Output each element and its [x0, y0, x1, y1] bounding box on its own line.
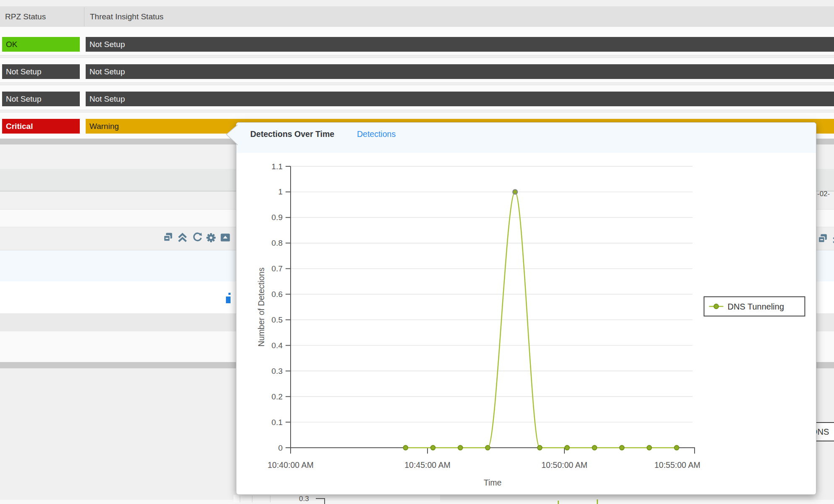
- refresh-icon[interactable]: [191, 231, 202, 244]
- rpz-status-cell[interactable]: Not Setup: [2, 92, 80, 106]
- hidden-chart-axis-fragment: [316, 498, 325, 499]
- cell-border: [252, 496, 252, 502]
- cell-border: [240, 496, 240, 502]
- status-table-row: Not SetupNot Setup: [0, 81, 834, 109]
- detections-popup: Detections Over Time Detections 00.10.20…: [236, 122, 816, 495]
- collapse-up-icon-partial[interactable]: [831, 233, 834, 245]
- copy-icon-partial[interactable]: [817, 233, 829, 245]
- widget-toolbar-partial: [817, 233, 834, 245]
- panel-collapse-icon[interactable]: [220, 231, 231, 244]
- status-table-header: RPZ Status Threat Insight Status: [0, 6, 834, 27]
- threat-insight-status-cell[interactable]: Not Setup: [86, 37, 834, 52]
- status-table-row: Not SetupNot Setup: [0, 54, 834, 81]
- svg-text:Number of Detections: Number of Detections: [257, 267, 266, 346]
- svg-text:10:55:00 AM: 10:55:00 AM: [654, 460, 700, 470]
- svg-text:10:40:00 AM: 10:40:00 AM: [268, 460, 314, 470]
- svg-text:0.9: 0.9: [272, 213, 283, 222]
- svg-text:Time: Time: [484, 478, 502, 487]
- svg-text:0.7: 0.7: [272, 264, 283, 273]
- gear-icon[interactable]: [205, 231, 217, 244]
- svg-text:0: 0: [278, 444, 283, 452]
- widget-toolbar: [163, 231, 231, 244]
- column-header-rpz-status[interactable]: RPZ Status: [5, 6, 46, 27]
- svg-text:0.2: 0.2: [272, 392, 283, 401]
- hidden-chart-line-fragment: [597, 499, 598, 504]
- cell-border: [270, 496, 270, 502]
- copy-icon[interactable]: [163, 231, 174, 244]
- svg-text:10:50:00 AM: 10:50:00 AM: [541, 460, 587, 470]
- rpz-status-cell[interactable]: Not Setup: [2, 64, 80, 79]
- svg-text:0.8: 0.8: [272, 239, 283, 247]
- svg-text:DNS Tunneling: DNS Tunneling: [728, 302, 784, 311]
- top-strip: [0, 0, 834, 6]
- svg-text:1: 1: [278, 187, 283, 196]
- collapse-up-icon[interactable]: [177, 231, 188, 244]
- svg-text:0.6: 0.6: [272, 290, 283, 299]
- rpz-status-cell[interactable]: Critical: [2, 119, 80, 134]
- hidden-chart-ylabel-fragment: 0.3: [299, 495, 309, 503]
- detections-over-time-chart: 00.10.20.30.40.50.60.70.80.911.110:40:00…: [236, 123, 817, 495]
- threat-insight-status-cell[interactable]: Not Setup: [86, 92, 834, 106]
- svg-text:0.1: 0.1: [272, 418, 283, 427]
- dashboard-screen: RPZ Status Threat Insight Status OKNot S…: [0, 0, 834, 504]
- threat-insight-status-cell[interactable]: Not Setup: [86, 64, 834, 79]
- chart-legend[interactable]: DNS Tunneling: [704, 297, 805, 316]
- table-cells-fragment: [233, 495, 440, 502]
- column-header-threat-insight-status[interactable]: Threat Insight Status: [90, 6, 163, 27]
- popup-callout-arrow: [225, 124, 238, 146]
- date-text-fragment: -02-: [817, 190, 830, 198]
- svg-text:0.3: 0.3: [272, 367, 283, 375]
- svg-text:1.1: 1.1: [272, 162, 283, 171]
- blue-icon-fragment: [226, 297, 231, 303]
- column-divider: [84, 7, 84, 26]
- hidden-chart-line-fragment: [558, 501, 559, 504]
- blue-icon-fragment: [228, 293, 231, 295]
- status-table-row: OKNot Setup: [0, 27, 834, 54]
- svg-text:0.5: 0.5: [272, 315, 283, 324]
- rpz-status-cell[interactable]: OK: [2, 37, 80, 52]
- hidden-chart-axis-fragment: [324, 498, 325, 504]
- svg-text:10:45:00 AM: 10:45:00 AM: [404, 460, 451, 470]
- svg-text:0.4: 0.4: [272, 341, 283, 350]
